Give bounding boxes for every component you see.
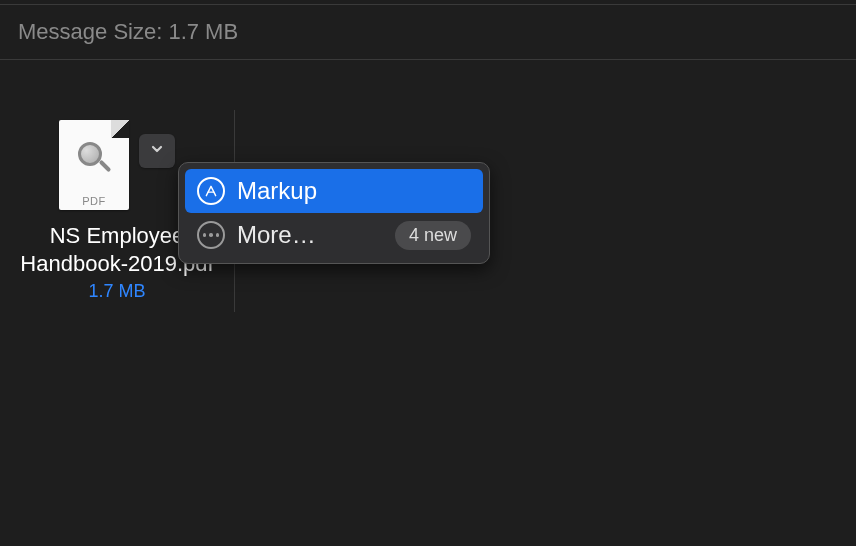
pdf-thumbnail[interactable]: PDF xyxy=(59,120,129,210)
menu-item-label: More… xyxy=(237,221,383,249)
menu-item-markup[interactable]: Markup xyxy=(185,169,483,213)
preview-icon xyxy=(76,140,112,176)
chevron-down-icon xyxy=(149,141,165,161)
menu-item-more[interactable]: More… 4 new xyxy=(185,213,483,257)
attachment-size: 1.7 MB xyxy=(0,281,234,302)
message-size-label: Message Size: 1.7 MB xyxy=(0,5,856,59)
divider-mid xyxy=(0,59,856,60)
more-icon xyxy=(197,221,225,249)
thumb-type-label: PDF xyxy=(59,195,129,207)
more-badge: 4 new xyxy=(395,221,471,250)
attachment-actions-menu: Markup More… 4 new xyxy=(178,162,490,264)
attachment-actions-button[interactable] xyxy=(139,134,175,168)
menu-item-label: Markup xyxy=(237,177,471,205)
markup-icon xyxy=(197,177,225,205)
attachment-area: PDF NS Employee Handbook-2019.pdf 1.7 MB… xyxy=(0,110,856,312)
